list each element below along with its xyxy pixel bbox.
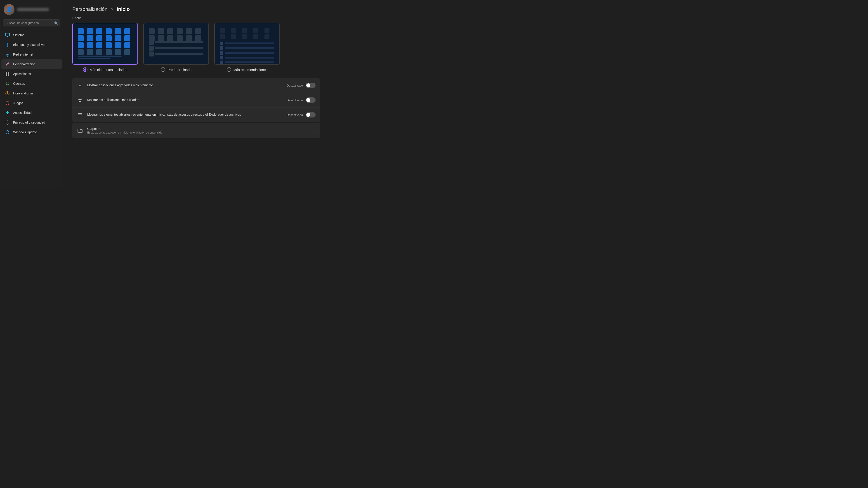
- pin-dot: [149, 28, 155, 34]
- sidebar-item-sistema[interactable]: Sistema: [1, 30, 62, 40]
- sidebar-label-hora: Hora e idioma: [13, 92, 33, 95]
- pin-dot: [96, 28, 102, 34]
- design-label-mas-recomendaciones: Más recomendaciones: [234, 68, 268, 72]
- small-dot: [253, 34, 258, 39]
- sidebar: 👤 🔍 Sistema: [0, 0, 63, 188]
- chevron-right-icon: ›: [314, 129, 315, 133]
- toggle-knob: [306, 98, 310, 102]
- hora-icon: [5, 91, 10, 96]
- sidebar-item-personalizacion[interactable]: Personalización: [1, 59, 62, 69]
- star-icon: [77, 97, 83, 103]
- sidebar-item-cuentas[interactable]: Cuentas: [1, 79, 62, 88]
- elementos-recientes-title: Mostrar los elementos abiertos recientem…: [87, 112, 283, 117]
- sidebar-item-hora[interactable]: Hora e idioma: [1, 89, 62, 98]
- sidebar-item-juegos[interactable]: Juegos: [1, 98, 62, 108]
- sidebar-label-cuentas: Cuentas: [13, 82, 25, 86]
- svg-rect-6: [6, 74, 7, 76]
- elementos-recientes-status: Desactivado: [287, 113, 303, 117]
- rec-icon: [149, 46, 154, 51]
- more-icon: [220, 51, 223, 55]
- sidebar-item-red[interactable]: Red e Internet: [1, 50, 62, 59]
- design-option-mas-anclados[interactable]: Más elementos anclados: [72, 23, 138, 72]
- pin-dot: [115, 35, 121, 41]
- pin-dot: [195, 28, 201, 34]
- sidebar-item-windows-update[interactable]: Windows Update: [1, 127, 62, 137]
- pin-dot: [96, 42, 102, 48]
- list-icon: [77, 111, 83, 118]
- more-row: [220, 56, 274, 59]
- more-rows: [220, 41, 274, 64]
- pin-dot: [115, 28, 121, 34]
- privacidad-icon: [5, 120, 10, 125]
- more-line: [225, 47, 274, 49]
- breadcrumb-separator: >: [111, 6, 114, 12]
- pin-dot: [115, 42, 121, 48]
- settings-row-elementos-recientes[interactable]: Mostrar los elementos abiertos recientem…: [72, 107, 320, 122]
- search-box[interactable]: 🔍: [3, 20, 60, 26]
- thumb-rec-row: [149, 40, 204, 45]
- pin-dot: [124, 35, 130, 41]
- pin-dot: [87, 35, 93, 41]
- design-radio-mas-anclados[interactable]: Más elementos anclados: [83, 67, 127, 72]
- aplicaciones-icon: [5, 71, 10, 76]
- search-input[interactable]: [3, 20, 60, 26]
- pin-dot: [96, 35, 102, 41]
- svg-point-12: [7, 111, 8, 112]
- red-icon: [5, 52, 10, 57]
- pin-dot: [106, 28, 112, 34]
- small-dot: [242, 28, 247, 33]
- pin-dot: [106, 49, 112, 55]
- small-dot: [220, 28, 225, 33]
- avatar: 👤: [4, 4, 14, 15]
- carpetas-title: Carpetas: [87, 127, 310, 131]
- pin-dot: [186, 28, 192, 34]
- apps-recientes-toggle[interactable]: [306, 83, 315, 88]
- svg-rect-4: [6, 72, 7, 74]
- carpetas-subtitle: Estas carpetas aparecen en Inicio junto …: [87, 131, 310, 134]
- apps-recientes-title: Mostrar aplicaciones agregadas recientem…: [87, 83, 283, 88]
- design-thumb-predeterminado: [143, 23, 209, 65]
- settings-row-apps-recientes[interactable]: Mostrar aplicaciones agregadas recientem…: [72, 78, 320, 93]
- rec-text: [155, 41, 204, 43]
- sidebar-item-aplicaciones[interactable]: Aplicaciones: [1, 69, 62, 78]
- pin-dot: [87, 28, 93, 34]
- more-row: [220, 41, 274, 45]
- breadcrumb-parent: Personalización: [72, 6, 107, 12]
- rec-icon: [149, 52, 154, 57]
- pin-dot: [96, 49, 102, 55]
- sidebar-item-accesibilidad[interactable]: Accesibilidad: [1, 108, 62, 118]
- sidebar-label-personalizacion: Personalización: [13, 62, 35, 66]
- pin-dot: [106, 35, 112, 41]
- more-icon: [220, 56, 223, 59]
- design-option-mas-recomendaciones[interactable]: Más recomendaciones: [214, 23, 280, 72]
- design-radio-predeterminado[interactable]: Predeterminado: [161, 67, 192, 72]
- more-row: [220, 61, 274, 64]
- carpetas-text: Carpetas Estas carpetas aparecen en Inic…: [87, 127, 310, 134]
- design-option-predeterminado[interactable]: Predeterminado: [143, 23, 209, 72]
- sidebar-item-bluetooth[interactable]: Bluetooth y dispositivos: [1, 40, 62, 50]
- pin-dot: [78, 35, 84, 41]
- sidebar-label-red: Red e Internet: [13, 53, 33, 56]
- small-dot: [231, 28, 236, 33]
- pin-dot: [78, 42, 84, 48]
- apps-usadas-status: Desactivado: [287, 98, 303, 102]
- settings-card-carpetas[interactable]: Carpetas Estas carpetas aparecen en Inic…: [72, 123, 320, 138]
- small-dot: [265, 28, 270, 33]
- sidebar-label-bluetooth: Bluetooth y dispositivos: [13, 43, 46, 46]
- small-dot: [231, 34, 236, 39]
- sidebar-profile: 👤: [0, 0, 63, 19]
- svg-rect-7: [8, 74, 9, 76]
- sidebar-item-privacidad[interactable]: Privacidad y seguridad: [1, 118, 62, 127]
- pin-dot: [115, 49, 121, 55]
- apps-usadas-toggle[interactable]: [306, 97, 315, 103]
- design-radio-mas-recomendaciones[interactable]: Más recomendaciones: [227, 67, 268, 72]
- carpetas-row[interactable]: Carpetas Estas carpetas aparecen en Inic…: [72, 123, 320, 138]
- thumb-rec-section: [149, 40, 204, 57]
- settings-row-apps-usadas[interactable]: Mostrar las aplicaciones más usadas Desa…: [72, 93, 320, 107]
- pin-dot: [87, 49, 93, 55]
- sidebar-label-sistema: Sistema: [13, 33, 25, 37]
- thumb-bar: [78, 58, 111, 59]
- main-content: Personalización > Inicio Diseño: [63, 0, 329, 188]
- pin-dot: [177, 28, 183, 34]
- elementos-recientes-toggle[interactable]: [306, 112, 315, 118]
